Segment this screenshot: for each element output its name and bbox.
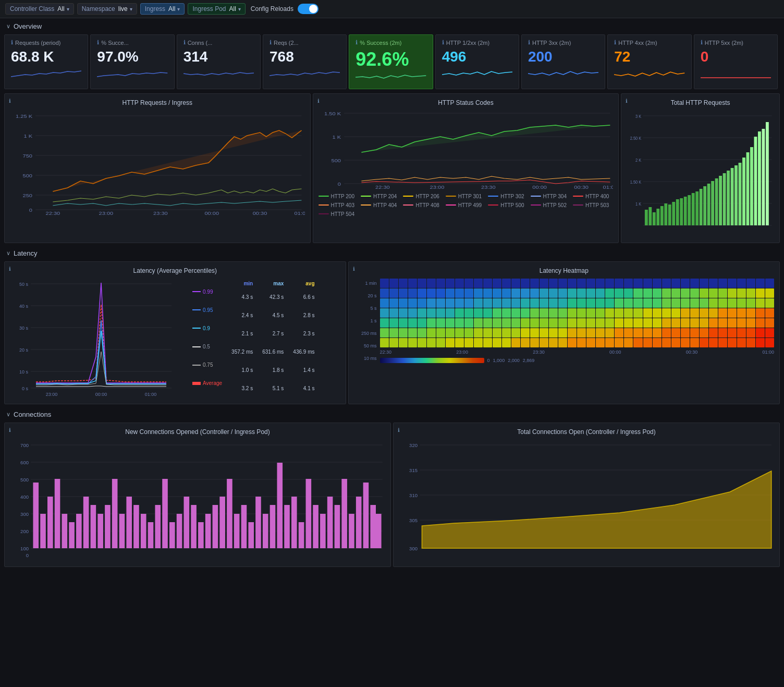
heatmap-cell (436, 338, 445, 347)
heatmap-cell (427, 338, 436, 347)
heatmap-cell (418, 328, 426, 338)
heatmap-cell (549, 288, 558, 298)
heatmap-cell (653, 298, 662, 308)
heatmap-cell (662, 279, 671, 288)
svg-rect-129 (205, 514, 211, 548)
heatmap-cell (436, 328, 445, 338)
svg-rect-62 (719, 176, 722, 225)
legend-color (446, 204, 456, 206)
heatmap-cell (446, 288, 455, 298)
svg-text:20 s: 20 s (19, 347, 29, 353)
stat-value: 72 (614, 49, 684, 65)
svg-rect-150 (356, 497, 362, 548)
info-icon: ℹ (183, 39, 186, 46)
latency-section-header[interactable]: ∨ Latency (0, 245, 784, 259)
svg-text:40 s: 40 s (19, 304, 29, 309)
filter-ingress-pod[interactable]: Ingress Pod All ▾ (188, 3, 245, 15)
heatmap-cell (605, 338, 614, 347)
legend-label: HTTP 400 (585, 194, 609, 199)
svg-rect-153 (376, 514, 382, 548)
heatmap-cell (380, 308, 389, 318)
heatmap-cell (709, 338, 718, 347)
legend-item: HTTP 301 (446, 194, 482, 199)
svg-rect-55 (692, 193, 695, 225)
svg-text:01:00: 01:00 (603, 185, 613, 189)
legend-color (318, 204, 329, 206)
heatmap-cell (474, 308, 483, 318)
heatmap-cell (455, 328, 464, 338)
table-row: 0.9 2.1 s 2.7 s 2.3 s (188, 325, 319, 342)
svg-text:250: 250 (23, 193, 33, 198)
heatmap-cell (558, 328, 567, 338)
svg-text:1.50 K: 1.50 K (630, 179, 642, 185)
heatmap-cell (700, 328, 708, 338)
filter-value: live (118, 5, 128, 13)
chevron-down-icon: ▾ (67, 6, 69, 12)
heatmap-cell (737, 279, 746, 288)
heatmap-cell (436, 279, 445, 288)
svg-rect-115 (105, 505, 111, 548)
stat-value: 768 (270, 49, 340, 65)
legend-item: HTTP 504 (318, 211, 354, 217)
heatmap-cell (418, 318, 426, 328)
heatmap-cell (700, 298, 708, 308)
caret-icon: ∨ (6, 250, 10, 257)
chart-title: Latency (Average Percentiles) (10, 267, 340, 274)
svg-rect-125 (177, 514, 182, 548)
heatmap-cell (737, 298, 746, 308)
heatmap-cell (586, 288, 595, 298)
legend-item: HTTP 400 (573, 194, 609, 199)
heatmap-cell (380, 318, 389, 328)
stat-card-http-5xx: ℹ HTTP 5xx (2m) 0 (694, 34, 778, 89)
heatmap-cell (530, 308, 539, 318)
legend-label: HTTP 403 (331, 202, 354, 208)
heatmap-cell (615, 308, 623, 318)
info-icon: ℹ (614, 39, 616, 46)
heatmap-cell (737, 288, 746, 298)
heatmap-cell (690, 298, 699, 308)
config-reloads-toggle-container: Config Reloads (251, 4, 318, 14)
filter-ingress[interactable]: Ingress All ▾ (140, 3, 185, 15)
config-reloads-toggle[interactable] (298, 4, 318, 14)
heatmap-cell (690, 308, 699, 318)
heatmap-cell (418, 298, 426, 308)
stat-card-title: ℹ HTTP 4xx (2m) (614, 39, 684, 46)
heatmap-cell (765, 308, 774, 318)
heatmap-cell (643, 328, 652, 338)
chart-title: Total HTTP Requests (627, 99, 774, 106)
svg-rect-117 (119, 514, 125, 548)
heatmap-cell (615, 279, 623, 288)
stat-card-title: ℹ Conns (... (183, 39, 254, 46)
heatmap-cell (549, 338, 558, 347)
heatmap-cell (690, 279, 699, 288)
heatmap-cell (464, 279, 473, 288)
heatmap-cell (737, 308, 746, 318)
legend-item: HTTP 204 (361, 194, 397, 199)
heatmap-cell (690, 338, 699, 347)
heatmap-cell (633, 288, 642, 298)
svg-rect-133 (234, 514, 240, 548)
filter-controller-class[interactable]: Controller Class All ▾ (5, 3, 74, 15)
heatmap-cell (399, 338, 408, 347)
heatmap-cell (765, 288, 774, 298)
heatmap-cell (586, 308, 595, 318)
svg-rect-64 (727, 171, 730, 225)
heatmap-cell (399, 288, 408, 298)
svg-text:2 K: 2 K (635, 158, 642, 163)
heatmap-cell (418, 338, 426, 347)
heatmap-cell (530, 328, 539, 338)
svg-rect-51 (676, 199, 679, 225)
connections-section-header[interactable]: ∨ Connections (0, 406, 784, 420)
heatmap-cell (709, 288, 718, 298)
svg-rect-149 (349, 514, 354, 548)
heatmap-cell (568, 318, 577, 328)
svg-rect-110 (69, 522, 75, 548)
info-icon: ℹ (398, 427, 400, 433)
overview-section-header[interactable]: ∨ Overview (0, 18, 784, 32)
heatmap-cell (765, 298, 774, 308)
filter-namespace[interactable]: Namespace live ▾ (77, 3, 137, 15)
heatmap-cell (464, 338, 473, 347)
svg-text:600: 600 (20, 460, 29, 465)
info-icon: ℹ (442, 39, 444, 46)
heatmap-y-axis: 1 min 20 s 5 s 1 s 250 ms 50 ms 10 ms (354, 279, 377, 363)
